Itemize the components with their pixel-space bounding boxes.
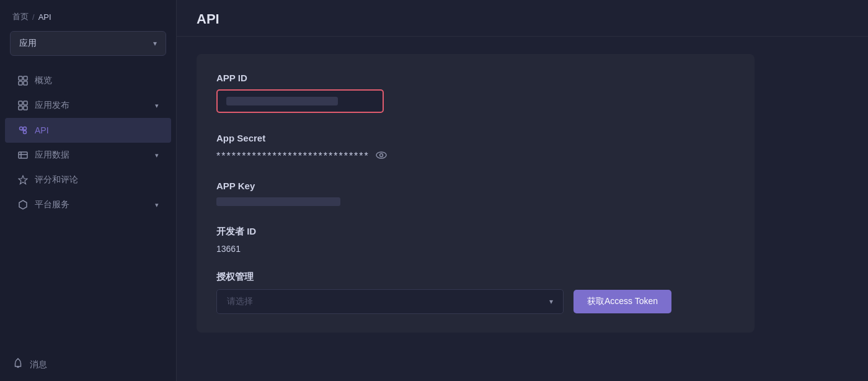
sidebar-item-api[interactable]: API [5,118,171,143]
page-header: API [177,0,868,37]
breadcrumb: 首页 / API [0,0,176,31]
overview-icon [17,75,29,86]
secret-row: ****************************** [216,150,735,163]
bell-icon [12,358,24,371]
app-secret-group: App Secret *****************************… [216,133,735,163]
api-icon [17,125,29,136]
app-key-value-bar [216,197,340,206]
chevron-icon: ▾ [155,201,159,209]
main-content: API APP ID App Secret ******************… [177,0,868,381]
svg-rect-4 [19,101,22,105]
auth-select-placeholder: 请选择 [227,296,253,307]
sidebar-item-platform[interactable]: 平台服务 ▾ [5,192,171,217]
svg-rect-1 [24,76,27,80]
svg-line-12 [21,130,25,131]
sidebar-label-platform: 平台服务 [35,199,69,210]
app-selector-label: 应用 [19,38,37,49]
svg-rect-6 [19,106,22,110]
svg-rect-2 [19,81,22,85]
svg-point-8 [20,127,23,130]
sidebar: 首页 / API 应用 ▾ 概览 应用发布 ▾ [0,0,177,381]
chevron-icon: ▾ [155,102,159,110]
chevron-down-icon: ▾ [153,39,157,48]
breadcrumb-separator: / [32,12,35,22]
sidebar-label-api: API [35,125,49,135]
auth-management-label: 授权管理 [216,271,735,283]
app-id-value-box[interactable] [216,89,384,113]
svg-rect-7 [24,106,27,110]
app-secret-label: App Secret [216,133,735,143]
chevron-icon: ▾ [155,151,159,159]
app-data-icon [17,150,29,161]
sidebar-item-overview[interactable]: 概览 [5,68,171,93]
breadcrumb-current: API [38,12,51,22]
content-area: APP ID App Secret **********************… [177,37,868,350]
sidebar-label-app-data: 应用数据 [35,150,69,161]
sidebar-label-app-publish: 应用发布 [35,100,69,111]
svg-point-19 [379,154,383,157]
svg-rect-3 [24,81,27,85]
app-key-label: APP Key [216,181,735,191]
app-id-group: APP ID [216,73,735,115]
app-id-label: APP ID [216,73,735,83]
auth-select[interactable]: 请选择 ▾ [216,289,564,314]
sidebar-item-app-publish[interactable]: 应用发布 ▾ [5,93,171,118]
svg-rect-5 [24,101,27,105]
sidebar-bottom-messages[interactable]: 消息 [0,348,176,381]
svg-rect-0 [19,76,22,80]
app-selector[interactable]: 应用 ▾ [10,31,166,56]
svg-marker-16 [19,176,27,184]
sidebar-item-rating[interactable]: 评分和评论 [5,168,171,192]
page-title: API [197,11,219,27]
rating-icon [17,174,29,186]
app-publish-icon [17,100,29,111]
developer-id-group: 开发者 ID 13661 [216,226,735,254]
auth-select-chevron-icon: ▾ [549,297,553,306]
sidebar-label-overview: 概览 [35,75,52,86]
developer-id-value: 13661 [216,244,735,254]
eye-icon[interactable] [376,150,387,163]
platform-icon [17,199,29,210]
get-token-button[interactable]: 获取Access Token [574,290,671,313]
svg-point-10 [24,127,27,130]
app-key-group: APP Key [216,181,735,208]
auth-row: 请选择 ▾ 获取Access Token [216,289,735,314]
app-id-value-bar [226,97,338,105]
sidebar-item-app-data[interactable]: 应用数据 ▾ [5,143,171,168]
api-card: APP ID App Secret **********************… [197,54,755,333]
svg-point-9 [24,131,27,134]
developer-id-label: 开发者 ID [216,226,735,238]
breadcrumb-home[interactable]: 首页 [12,11,29,22]
svg-rect-13 [19,152,27,158]
auth-management-group: 授权管理 请选择 ▾ 获取Access Token [216,271,735,314]
sidebar-label-rating: 评分和评论 [35,174,78,186]
messages-label: 消息 [30,359,47,370]
secret-dots: ****************************** [216,151,370,162]
svg-point-18 [376,152,386,158]
